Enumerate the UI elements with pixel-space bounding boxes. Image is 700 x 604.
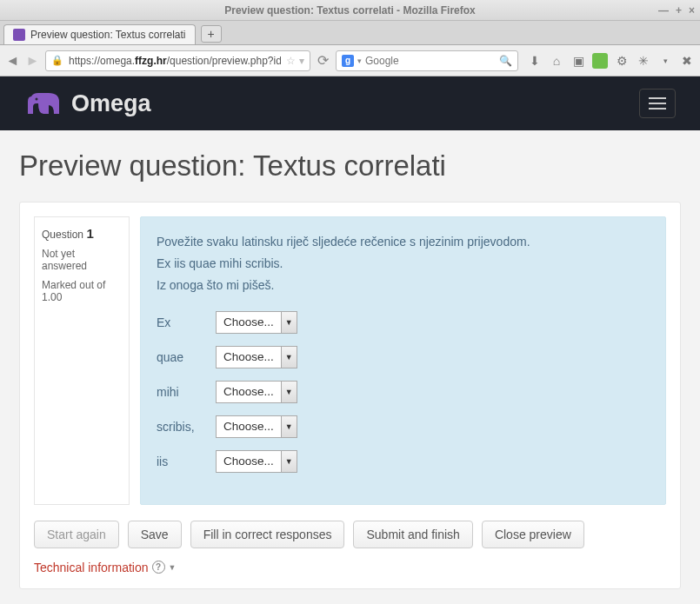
prompt-line-1: Povežite svaku latinsku riječ sljedeće r… — [157, 231, 650, 253]
chevron-down-icon: ▼ — [169, 563, 177, 572]
save-button[interactable]: Save — [128, 521, 182, 548]
match-word: mihi — [157, 385, 200, 399]
question-info-panel: Question 1 Not yet answered Marked out o… — [34, 216, 130, 505]
select-value: Choose... — [217, 315, 281, 329]
match-row: mihiChoose...▼ — [157, 381, 650, 403]
match-select[interactable]: Choose...▼ — [216, 311, 297, 334]
match-select[interactable]: Choose...▼ — [216, 415, 297, 438]
close-preview-button[interactable]: Close preview — [482, 521, 584, 548]
brand-text: Omega — [71, 90, 151, 117]
prompt-line-3: Iz onoga što mi pišeš. — [157, 275, 650, 296]
technical-info-link[interactable]: Technical information ? ▼ — [34, 561, 666, 574]
fill-button[interactable]: Fill in correct responses — [190, 521, 345, 548]
question-label: Question — [42, 229, 83, 241]
technical-info-label: Technical information — [34, 561, 149, 574]
question-status: Not yet answered — [42, 248, 122, 272]
match-word: quae — [157, 350, 200, 364]
search-icon[interactable]: 🔍 — [499, 55, 512, 67]
match-word: scribis, — [157, 420, 200, 434]
addon-icon-2[interactable]: ✳ — [636, 53, 651, 69]
search-input[interactable] — [365, 55, 496, 67]
folder-icon[interactable]: ▣ — [570, 53, 586, 69]
hamburger-icon — [649, 97, 666, 99]
match-word: iis — [157, 455, 200, 468]
tools-icon[interactable]: ✖ — [679, 53, 695, 69]
match-row: quaeChoose...▼ — [157, 346, 650, 368]
reload-button[interactable]: ⟳ — [316, 51, 330, 70]
home-icon[interactable]: ⌂ — [549, 53, 564, 69]
match-word: Ex — [157, 315, 200, 329]
menu-toggle-button[interactable] — [639, 89, 676, 118]
tab-favicon — [13, 29, 25, 41]
url-bar[interactable]: 🔒 https://omega.ffzg.hr/question/preview… — [45, 50, 310, 71]
evernote-icon[interactable] — [592, 53, 608, 69]
chevron-down-icon: ▼ — [281, 416, 297, 437]
new-tab-button[interactable]: + — [201, 25, 222, 43]
chevron-down-icon: ▼ — [281, 382, 297, 402]
dropdown-icon-2[interactable]: ▾ — [657, 53, 673, 69]
browser-tab-active[interactable]: Preview question: Textus correlati — [3, 24, 196, 44]
question-card: Question 1 Not yet answered Marked out o… — [19, 202, 681, 589]
match-row: scribis,Choose...▼ — [157, 415, 650, 438]
select-value: Choose... — [217, 385, 281, 398]
chevron-down-icon: ▼ — [281, 347, 297, 368]
download-icon[interactable]: ⬇ — [527, 53, 543, 69]
nav-toolbar: ◄ ► 🔒 https://omega.ffzg.hr/question/pre… — [0, 45, 700, 76]
prompt-line-2: Ex iis quae mihi scribis. — [157, 253, 650, 275]
action-row: Start again Save Fill in correct respons… — [34, 521, 666, 548]
url-text: https://omega.ffzg.hr/question/preview.p… — [69, 55, 281, 67]
window-close-button[interactable]: × — [689, 4, 695, 17]
select-value: Choose... — [217, 420, 281, 433]
chevron-down-icon: ▼ — [281, 312, 297, 333]
site-brand[interactable]: Omega — [24, 90, 151, 117]
match-select[interactable]: Choose...▼ — [216, 381, 297, 403]
match-row: ExChoose...▼ — [157, 311, 650, 334]
lock-icon: 🔒 — [51, 55, 63, 66]
match-row: iisChoose...▼ — [157, 450, 650, 473]
back-button[interactable]: ◄ — [5, 51, 20, 70]
info-icon: ? — [152, 561, 165, 574]
window-title: Preview question: Textus correlati - Moz… — [224, 4, 476, 17]
search-bar[interactable]: g ▾ 🔍 — [336, 50, 518, 71]
bookmark-star-icon[interactable]: ☆ — [286, 55, 296, 67]
page-title: Preview question: Textus correlati — [19, 149, 681, 183]
chevron-down-icon: ▼ — [281, 451, 297, 472]
submit-button[interactable]: Submit and finish — [353, 521, 472, 548]
window-titlebar: Preview question: Textus correlati - Moz… — [0, 0, 700, 21]
tab-title: Preview question: Textus correlati — [30, 29, 186, 41]
page-viewport: Omega Preview question: Textus correlati… — [0, 76, 700, 604]
question-body: Povežite svaku latinsku riječ sljedeće r… — [140, 216, 666, 505]
question-number: 1 — [86, 226, 93, 241]
addon-icon-1[interactable]: ⚙ — [614, 53, 630, 69]
window-minimize-button[interactable]: — — [658, 4, 669, 17]
select-value: Choose... — [217, 350, 281, 363]
question-marked: Marked out of 1.00 — [42, 279, 122, 303]
window-maximize-button[interactable]: + — [676, 4, 682, 17]
google-icon: g — [342, 55, 354, 67]
tab-strip: Preview question: Textus correlati + — [0, 21, 700, 45]
dropdown-icon[interactable]: ▾ — [299, 55, 304, 67]
match-select[interactable]: Choose...▼ — [216, 346, 297, 368]
match-select[interactable]: Choose...▼ — [216, 450, 297, 473]
elephant-logo-icon — [24, 90, 63, 117]
start-again-button[interactable]: Start again — [34, 521, 119, 548]
select-value: Choose... — [217, 455, 281, 468]
search-dropdown-icon[interactable]: ▾ — [357, 56, 362, 65]
svg-point-0 — [36, 98, 38, 101]
site-navbar: Omega — [0, 76, 700, 130]
forward-button: ► — [25, 51, 40, 70]
